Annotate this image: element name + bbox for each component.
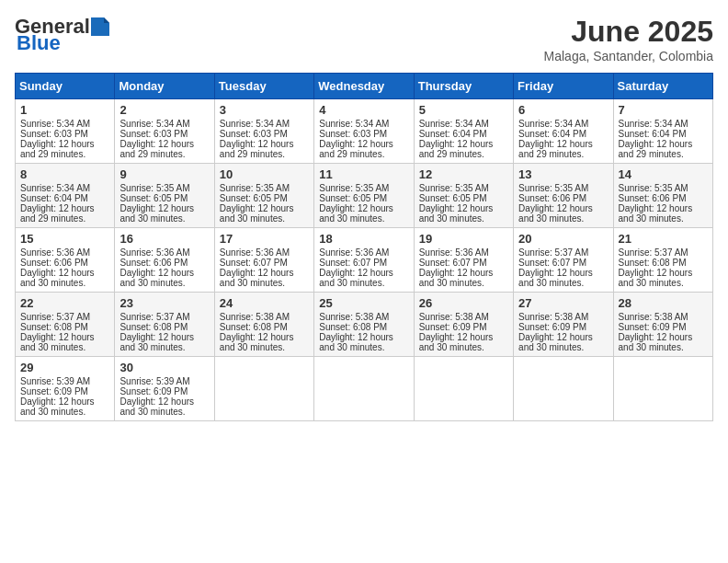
daylight-text: Daylight: 12 hours and 30 minutes. [518, 203, 608, 224]
calendar-table: SundayMondayTuesdayWednesdayThursdayFrid… [15, 73, 713, 421]
sunrise-text: Sunrise: 5:34 AM [220, 119, 309, 129]
sunrise-text: Sunrise: 5:35 AM [319, 183, 408, 193]
daylight-text: Daylight: 12 hours and 29 minutes. [220, 139, 309, 159]
svg-marker-1 [104, 17, 109, 23]
sunset-text: Sunset: 6:09 PM [619, 322, 708, 332]
calendar-cell [314, 357, 414, 421]
calendar-cell: 27Sunrise: 5:38 AMSunset: 6:09 PMDayligh… [514, 293, 613, 357]
calendar-cell: 24Sunrise: 5:38 AMSunset: 6:08 PMDayligh… [214, 293, 313, 357]
daylight-text: Daylight: 12 hours and 30 minutes. [419, 268, 508, 288]
daylight-text: Daylight: 12 hours and 29 minutes. [20, 139, 109, 159]
sunrise-text: Sunrise: 5:34 AM [319, 119, 408, 129]
logo-icon [91, 17, 109, 36]
calendar-day-header: Sunday [16, 74, 115, 99]
calendar-cell [414, 357, 513, 421]
daylight-text: Daylight: 12 hours and 29 minutes. [119, 139, 209, 159]
day-number: 25 [319, 296, 408, 310]
calendar-cell: 17Sunrise: 5:36 AMSunset: 6:07 PMDayligh… [214, 228, 313, 293]
day-number: 23 [119, 296, 209, 310]
sunrise-text: Sunrise: 5:37 AM [20, 312, 109, 322]
calendar-day-header: Friday [514, 74, 613, 99]
sunrise-text: Sunrise: 5:34 AM [20, 119, 109, 129]
daylight-text: Daylight: 12 hours and 30 minutes. [119, 268, 209, 288]
calendar-cell: 3Sunrise: 5:34 AMSunset: 6:03 PMDaylight… [214, 99, 313, 164]
daylight-text: Daylight: 12 hours and 30 minutes. [220, 268, 309, 288]
sunrise-text: Sunrise: 5:35 AM [619, 183, 708, 193]
daylight-text: Daylight: 12 hours and 29 minutes. [518, 139, 608, 159]
calendar-header-row: SundayMondayTuesdayWednesdayThursdayFrid… [16, 74, 713, 99]
calendar-day-header: Wednesday [314, 74, 414, 99]
day-number: 12 [419, 167, 508, 181]
sunset-text: Sunset: 6:03 PM [20, 129, 109, 139]
sunrise-text: Sunrise: 5:36 AM [220, 247, 309, 258]
calendar-cell [613, 357, 712, 421]
day-number: 3 [220, 103, 309, 117]
daylight-text: Daylight: 12 hours and 30 minutes. [20, 268, 109, 288]
sunrise-text: Sunrise: 5:36 AM [119, 247, 209, 258]
day-number: 13 [518, 167, 608, 181]
sunset-text: Sunset: 6:05 PM [119, 193, 209, 203]
calendar-cell: 19Sunrise: 5:36 AMSunset: 6:07 PMDayligh… [414, 228, 513, 293]
location: Malaga, Santander, Colombia [544, 49, 713, 63]
calendar-day-header: Tuesday [214, 74, 313, 99]
calendar-day-header: Thursday [414, 74, 513, 99]
calendar-cell: 4Sunrise: 5:34 AMSunset: 6:03 PMDaylight… [314, 99, 414, 164]
sunrise-text: Sunrise: 5:35 AM [220, 183, 309, 193]
daylight-text: Daylight: 12 hours and 30 minutes. [119, 203, 209, 224]
sunset-text: Sunset: 6:09 PM [419, 322, 508, 332]
sunrise-text: Sunrise: 5:38 AM [419, 312, 508, 322]
daylight-text: Daylight: 12 hours and 30 minutes. [20, 332, 109, 352]
sunset-text: Sunset: 6:06 PM [119, 258, 209, 268]
daylight-text: Daylight: 12 hours and 30 minutes. [119, 332, 209, 352]
calendar-cell: 28Sunrise: 5:38 AMSunset: 6:09 PMDayligh… [613, 293, 712, 357]
sunrise-text: Sunrise: 5:37 AM [119, 312, 209, 322]
day-number: 17 [220, 232, 309, 246]
sunset-text: Sunset: 6:06 PM [619, 193, 708, 203]
sunset-text: Sunset: 6:07 PM [220, 258, 309, 268]
calendar-cell: 12Sunrise: 5:35 AMSunset: 6:05 PMDayligh… [414, 164, 513, 228]
sunrise-text: Sunrise: 5:35 AM [518, 183, 608, 193]
sunset-text: Sunset: 6:05 PM [220, 193, 309, 203]
sunset-text: Sunset: 6:09 PM [518, 322, 608, 332]
daylight-text: Daylight: 12 hours and 30 minutes. [119, 396, 209, 417]
calendar-cell: 1Sunrise: 5:34 AMSunset: 6:03 PMDaylight… [16, 99, 115, 164]
sunset-text: Sunset: 6:04 PM [518, 129, 608, 139]
calendar-week-row: 15Sunrise: 5:36 AMSunset: 6:06 PMDayligh… [16, 228, 713, 293]
day-number: 16 [119, 232, 209, 246]
day-number: 5 [419, 103, 508, 117]
day-number: 14 [619, 167, 708, 181]
calendar-cell: 30Sunrise: 5:39 AMSunset: 6:09 PMDayligh… [115, 357, 214, 421]
calendar-cell: 10Sunrise: 5:35 AMSunset: 6:05 PMDayligh… [214, 164, 313, 228]
sunset-text: Sunset: 6:07 PM [319, 258, 408, 268]
calendar-cell: 23Sunrise: 5:37 AMSunset: 6:08 PMDayligh… [115, 293, 214, 357]
day-number: 9 [119, 167, 209, 181]
day-number: 22 [20, 296, 109, 310]
day-number: 10 [220, 167, 309, 181]
day-number: 30 [119, 361, 209, 374]
sunrise-text: Sunrise: 5:34 AM [419, 119, 508, 129]
day-number: 7 [619, 103, 708, 117]
sunset-text: Sunset: 6:06 PM [518, 193, 608, 203]
daylight-text: Daylight: 12 hours and 30 minutes. [319, 332, 408, 352]
day-number: 27 [518, 296, 608, 310]
logo: General Blue [15, 15, 110, 55]
daylight-text: Daylight: 12 hours and 30 minutes. [319, 203, 408, 224]
calendar-cell: 20Sunrise: 5:37 AMSunset: 6:07 PMDayligh… [514, 228, 613, 293]
daylight-text: Daylight: 12 hours and 30 minutes. [220, 203, 309, 224]
sunset-text: Sunset: 6:06 PM [20, 258, 109, 268]
calendar-week-row: 1Sunrise: 5:34 AMSunset: 6:03 PMDaylight… [16, 99, 713, 164]
sunset-text: Sunset: 6:04 PM [619, 129, 708, 139]
sunset-text: Sunset: 6:03 PM [220, 129, 309, 139]
sunset-text: Sunset: 6:08 PM [20, 322, 109, 332]
calendar-day-header: Saturday [613, 74, 712, 99]
daylight-text: Daylight: 12 hours and 30 minutes. [319, 268, 408, 288]
day-number: 28 [619, 296, 708, 310]
sunset-text: Sunset: 6:05 PM [419, 193, 508, 203]
sunrise-text: Sunrise: 5:35 AM [119, 183, 209, 193]
calendar-cell: 14Sunrise: 5:35 AMSunset: 6:06 PMDayligh… [613, 164, 712, 228]
sunset-text: Sunset: 6:08 PM [619, 258, 708, 268]
sunrise-text: Sunrise: 5:38 AM [220, 312, 309, 322]
sunset-text: Sunset: 6:07 PM [518, 258, 608, 268]
daylight-text: Daylight: 12 hours and 30 minutes. [619, 203, 708, 224]
day-number: 15 [20, 232, 109, 246]
